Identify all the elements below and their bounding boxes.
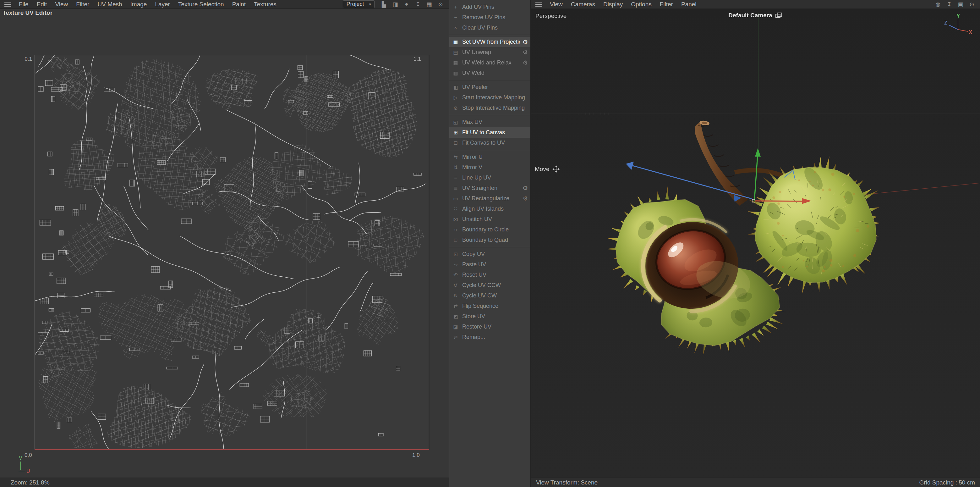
- tool-uv-peeler[interactable]: ◧UV Peeler: [449, 82, 530, 93]
- tool-set-uvw-from-projection[interactable]: ▣Set UVW from Projection⚙: [449, 37, 530, 47]
- tool-add-uv-pins[interactable]: +Add UV Pins: [449, 2, 530, 12]
- tool-stop-interactive-mapping[interactable]: ⊘Stop Interactive Mapping: [449, 103, 530, 113]
- stats-icon[interactable]: ▙: [380, 1, 388, 8]
- tool-unstitch-uv[interactable]: ⋈Unstitch UV: [449, 214, 530, 225]
- menu-uv-mesh[interactable]: UV Mesh: [97, 1, 122, 8]
- menu-image[interactable]: Image: [130, 1, 147, 8]
- globe-icon[interactable]: ◍: [934, 1, 942, 8]
- tool-label: Unstitch UV: [462, 216, 528, 223]
- move-icon: [552, 165, 560, 173]
- tool-boundary-to-circle[interactable]: ○Boundary to Circle: [449, 225, 530, 235]
- uv-corner-01: 0,1: [18, 56, 32, 62]
- tool-copy-uv[interactable]: ⊡Copy UV: [449, 249, 530, 259]
- tool-remap[interactable]: ⇌Remap...: [449, 332, 530, 342]
- menu-icon[interactable]: [535, 2, 542, 6]
- menu-icon[interactable]: [5, 2, 11, 6]
- menu-options[interactable]: Options: [631, 1, 651, 8]
- uv-canvas[interactable]: [35, 55, 429, 450]
- menu-view[interactable]: View: [550, 1, 563, 8]
- tool-line-up-uv[interactable]: ≡Line Up UV: [449, 172, 530, 183]
- tool-uv-weld-and-relax[interactable]: ▦UV Weld and Relax⚙: [449, 57, 530, 68]
- tool-uv-weld[interactable]: ▥UV Weld: [449, 68, 530, 78]
- menu-edit[interactable]: Edit: [37, 1, 47, 8]
- tool-clear-uv-pins[interactable]: ×Clear UV Pins: [449, 22, 530, 33]
- menu-layer[interactable]: Layer: [155, 1, 170, 8]
- menu-filter[interactable]: Filter: [76, 1, 89, 8]
- tool-label: UV Unwrap: [462, 49, 520, 56]
- tool-label: UV Peeler: [462, 84, 528, 91]
- grid-icon[interactable]: ▦: [425, 1, 433, 8]
- power-icon[interactable]: ⊙: [437, 1, 444, 8]
- tool-restore-uv[interactable]: ◪Restore UV: [449, 322, 530, 332]
- tool-boundary-to-quad[interactable]: □Boundary to Quad: [449, 235, 530, 245]
- group-divider: [449, 150, 530, 150]
- fit-uv-icon: ⊞: [452, 129, 459, 136]
- sphere-icon[interactable]: ●: [403, 1, 410, 8]
- tool-flip-sequence[interactable]: ⇄Flip Sequence: [449, 301, 530, 311]
- menu-cameras[interactable]: Cameras: [571, 1, 595, 8]
- tool-uv-unwrap[interactable]: ▤UV Unwrap⚙: [449, 47, 530, 57]
- tool-reset-uv[interactable]: ↶Reset UV: [449, 270, 530, 280]
- viewport-toolbar-icons: ◍↧▣⊙: [934, 1, 975, 8]
- tool-label: Remove UV Pins: [462, 14, 528, 21]
- menu-paint[interactable]: Paint: [232, 1, 246, 8]
- group-divider: [449, 247, 530, 247]
- power-icon[interactable]: ⊙: [968, 1, 975, 8]
- gizmo-x-axis: [958, 30, 968, 32]
- tool-fit-canvas-to-uv[interactable]: ⊟Fit Canvas to UV: [449, 138, 530, 148]
- menu-textures[interactable]: Textures: [254, 1, 277, 8]
- tool-label: Reset UV: [462, 271, 528, 278]
- gear-icon[interactable]: ⚙: [522, 195, 528, 202]
- uv-corner-10: 1,0: [412, 452, 420, 458]
- gear-icon[interactable]: ⚙: [522, 185, 528, 192]
- camera-label[interactable]: Default Camera: [728, 12, 783, 19]
- perspective-label: Perspective: [535, 13, 566, 19]
- screen-icon[interactable]: ▣: [957, 1, 964, 8]
- import-icon[interactable]: ↧: [414, 1, 422, 8]
- tool-label: Copy UV: [462, 251, 528, 257]
- uv-editor-menu: FileEditViewFilterUV MeshImageLayerTextu…: [19, 1, 277, 8]
- tool-cycle-uv-cw[interactable]: ↻Cycle UV CW: [449, 291, 530, 301]
- gear-icon[interactable]: ⚙: [522, 49, 528, 56]
- tool-fit-uv-to-canvas[interactable]: ⊞Fit UV to Canvas: [449, 127, 530, 138]
- import-icon[interactable]: ↧: [945, 1, 953, 8]
- uv-editor-panel: FileEditViewFilterUV MeshImageLayerTextu…: [0, 0, 449, 487]
- camera-label-text: Default Camera: [728, 12, 772, 19]
- move-tool-label[interactable]: Move: [535, 165, 560, 173]
- tool-max-uv[interactable]: ◱Max UV: [449, 117, 530, 127]
- tool-label: Flip Sequence: [462, 303, 528, 309]
- viewport-canvas[interactable]: [531, 9, 980, 477]
- menu-file[interactable]: File: [19, 1, 29, 8]
- tool-paste-uv[interactable]: ▱Paste UV: [449, 259, 530, 270]
- menu-texture-selection[interactable]: Texture Selection: [178, 1, 224, 8]
- tool-uv-straighten[interactable]: ≣UV Straighten⚙: [449, 183, 530, 193]
- uv-axis-widget: V U: [18, 455, 35, 474]
- tool-uv-rectangularize[interactable]: ▭UV Rectangularize⚙: [449, 193, 530, 204]
- gear-icon[interactable]: ⚙: [522, 59, 528, 66]
- tool-remove-uv-pins[interactable]: −Remove UV Pins: [449, 12, 530, 22]
- tool-start-interactive-mapping[interactable]: ▷Start Interactive Mapping: [449, 93, 530, 103]
- tool-store-uv[interactable]: ◩Store UV: [449, 311, 530, 322]
- rectangularize-icon: ▭: [452, 196, 459, 201]
- cycle-ccw-icon: ↺: [452, 282, 459, 288]
- menu-panel[interactable]: Panel: [681, 1, 697, 8]
- move-tool-text: Move: [535, 166, 549, 172]
- project-dropdown[interactable]: Project ▾: [343, 0, 374, 8]
- paint-icon[interactable]: ◨: [391, 1, 399, 8]
- menu-display[interactable]: Display: [603, 1, 623, 8]
- gizmo-x-label: X: [969, 29, 972, 35]
- stop-mapping-icon: ⊘: [452, 105, 459, 111]
- menu-view[interactable]: View: [55, 1, 68, 8]
- tool-mirror-v[interactable]: ⇅Mirror V: [449, 162, 530, 172]
- gear-icon[interactable]: ⚙: [522, 38, 528, 46]
- tool-align-uv-islands[interactable]: ∷Align UV Islands: [449, 204, 530, 214]
- unwrap-icon: ▤: [452, 49, 459, 55]
- tool-mirror-u[interactable]: ⇆Mirror U: [449, 152, 530, 162]
- restore-icon: ◪: [452, 324, 459, 330]
- tool-cycle-uv-ccw[interactable]: ↺Cycle UV CCW: [449, 280, 530, 291]
- boundary-circle-icon: ○: [452, 227, 459, 233]
- tool-label: Stop Interactive Mapping: [462, 105, 528, 111]
- tool-label: Cycle UV CCW: [462, 282, 528, 289]
- axis-gizmo[interactable]: Y Z X: [943, 13, 972, 40]
- menu-filter[interactable]: Filter: [660, 1, 673, 8]
